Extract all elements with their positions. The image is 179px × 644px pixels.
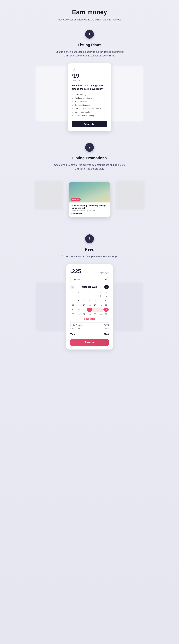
- calendar-day[interactable]: 1: [92, 294, 98, 298]
- fee-row: Service fee$68: [70, 328, 109, 330]
- total-row: Total $743: [70, 333, 109, 335]
- calendar-day[interactable]: 4: [70, 298, 76, 303]
- promo-badge: Promoted: [71, 198, 81, 201]
- price-number: 225: [72, 268, 81, 274]
- calendar-day[interactable]: 11: [70, 303, 76, 307]
- calendar-day[interactable]: 29: [92, 312, 98, 316]
- step-1-circle: 1: [85, 30, 94, 38]
- guests-selector[interactable]: 1 guests ▾: [70, 277, 109, 283]
- plan-headline: Submit up to 10 listings and extend the …: [72, 84, 107, 90]
- calendar-day[interactable]: 19: [76, 308, 81, 312]
- check-icon: ✓: [72, 100, 74, 103]
- calendar-day[interactable]: 18: [70, 308, 76, 312]
- calendar-day[interactable]: 20: [81, 308, 87, 312]
- fees-section: 3 Fees Collect certain amount from your …: [24, 234, 155, 350]
- calendar-day[interactable]: 15: [92, 303, 98, 307]
- calendar-day: [76, 294, 81, 298]
- step-3-description: Collect certain amount from your custome…: [62, 254, 117, 258]
- promo-card: Promoted Ultimate Listing & Directory ma…: [69, 182, 110, 217]
- plan-features-list: ✓Limit: 3 listing✓Available for 10 days✓…: [72, 93, 107, 117]
- guests-label: 1 guests: [73, 278, 80, 281]
- calendar-day[interactable]: 16: [98, 303, 103, 307]
- fee-row: 225 × 3 nights$675: [70, 324, 109, 326]
- calendar-day: [87, 294, 92, 298]
- step-2-circle: 2: [85, 143, 94, 152]
- fees-bg-left: [36, 282, 65, 332]
- plan-feature-item: ✓Sed sed iaculis: [72, 100, 107, 103]
- page-wrapper: Earn money Monetize your business using …: [0, 0, 179, 644]
- calendar-day[interactable]: 6: [81, 298, 87, 303]
- fees-stage: $ 225 / per night 1 guests ▾ ‹ October 2…: [24, 264, 155, 350]
- promo-bg-left: [34, 181, 63, 210]
- page-title: Earn money: [72, 9, 107, 16]
- calendar-day[interactable]: 12: [76, 303, 81, 307]
- calendar-day-header: T: [81, 291, 87, 294]
- calendar-grid: SMTWTFS123456789101112131415161718192021…: [70, 291, 109, 316]
- arrow-left-icon: ‹: [72, 286, 73, 288]
- check-icon: ✓: [72, 104, 74, 106]
- promo-title: Ultimate Listing & Directory manager bar…: [72, 204, 107, 209]
- calendar-day[interactable]: 23: [98, 308, 103, 312]
- calendar-day[interactable]: 30: [98, 312, 103, 316]
- plan-currency: $: [72, 74, 73, 76]
- calendar-day[interactable]: 2: [98, 294, 103, 298]
- step-3-title: Fees: [85, 247, 94, 252]
- step-2-description: Charge your visitors for the ability to …: [52, 163, 127, 170]
- calendar-day[interactable]: 3: [103, 294, 109, 298]
- fees-bg-right: [114, 282, 143, 332]
- promo-price: $225 / night: [72, 213, 107, 215]
- plan-feature-item: ✓Limit: 3 listing: [72, 93, 107, 96]
- fee-label: 225 × 3 nights: [70, 324, 83, 326]
- promotions-stage: Promoted Ultimate Listing & Directory ma…: [24, 176, 155, 223]
- calendar-day[interactable]: 25: [70, 312, 76, 316]
- price-amount: $ 225: [70, 268, 81, 274]
- calendar-day[interactable]: 5: [76, 298, 81, 303]
- plan-feature-item: ✓Morbi eu ultricies massa en casa: [72, 107, 107, 110]
- plan-price: $19: [72, 73, 107, 79]
- divider: [70, 322, 109, 322]
- calendar-day[interactable]: 22: [92, 308, 98, 312]
- calendar-day[interactable]: 21: [87, 308, 92, 312]
- calendar-day[interactable]: 27: [81, 312, 87, 316]
- promo-subtitle: With Master Directory you cando: [72, 210, 107, 212]
- fees-card: $ 225 / per night 1 guests ▾ ‹ October 2…: [66, 264, 113, 350]
- calendar-day: [70, 294, 76, 298]
- calendar-day: [81, 294, 87, 298]
- select-plan-button[interactable]: Select plan: [72, 121, 107, 127]
- calendar-header: ‹ October 2020 ›: [70, 285, 109, 289]
- check-icon: ✓: [72, 108, 74, 110]
- calendar-day[interactable]: 26: [76, 312, 81, 316]
- calendar-day[interactable]: 14: [87, 303, 92, 307]
- total-label: Total: [70, 333, 75, 335]
- calendar-next-button[interactable]: ›: [104, 285, 109, 289]
- calendar-day-header: T: [92, 291, 98, 294]
- check-icon: ✓: [72, 94, 74, 96]
- calendar-day[interactable]: 31: [103, 312, 109, 316]
- listing-plans-section: 1 Listing Plans Charge a one-time fee fo…: [24, 30, 155, 131]
- calendar-day[interactable]: 17: [103, 303, 109, 307]
- calendar-day[interactable]: 8: [92, 298, 98, 303]
- calendar-day[interactable]: 24: [103, 308, 109, 312]
- calendar-day[interactable]: 9: [98, 298, 103, 303]
- calendar-prev-button[interactable]: ‹: [70, 285, 75, 289]
- plan-feature-item: ✓Available for 10 days: [72, 96, 107, 100]
- fee-rows: 225 × 3 nights$675Service fee$68: [70, 324, 109, 330]
- calendar-day-header: M: [76, 291, 81, 294]
- plan-radio[interactable]: [72, 68, 75, 70]
- step-1-description: Charge a one-time fee for the ability to…: [52, 50, 127, 58]
- reserve-button[interactable]: Reserve: [70, 339, 109, 346]
- calendar-day-header: S: [103, 291, 109, 294]
- fee-amount: $68: [105, 328, 109, 330]
- calendar-day[interactable]: 13: [81, 303, 87, 307]
- step-2-title: Listing Promotions: [72, 156, 107, 160]
- price-header: $ 225 / per night: [70, 268, 109, 274]
- calendar-day[interactable]: 10: [103, 298, 109, 303]
- clear-dates-button[interactable]: Clear dates: [70, 318, 109, 320]
- fee-amount: $675: [104, 324, 109, 326]
- chevron-down-icon: ▾: [105, 278, 106, 281]
- blurred-plan-left: [36, 66, 68, 121]
- calendar-day[interactable]: 7: [87, 298, 92, 303]
- calendar-day[interactable]: 28: [87, 312, 92, 316]
- calendar-day-header: S: [70, 291, 76, 294]
- price-period: / per night: [100, 272, 109, 274]
